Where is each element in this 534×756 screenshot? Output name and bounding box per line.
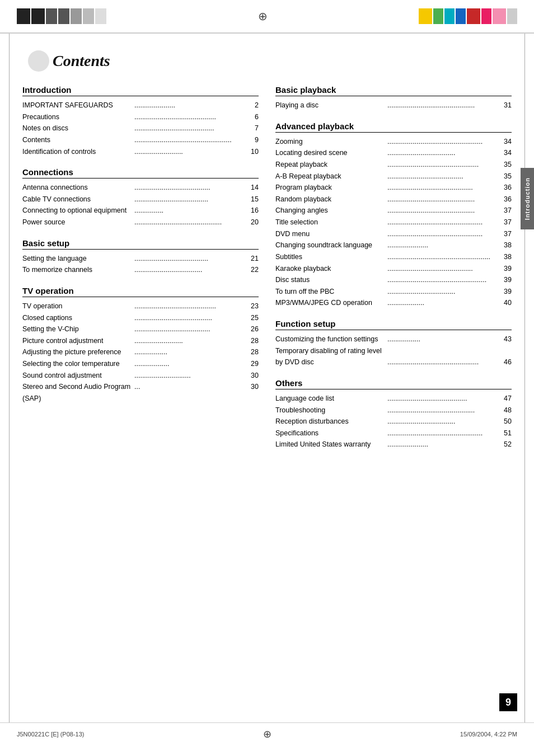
list-item: Locating desired scene .................… [275, 147, 512, 159]
header-block-7 [95, 8, 106, 24]
list-item: by DVD disc ............................… [275, 356, 512, 368]
list-item: Program playback .......................… [275, 182, 512, 194]
list-item: Notes on discs .........................… [22, 123, 259, 134]
header-block-4 [58, 8, 69, 24]
toc-columns: Introduction IMPORTANT SAFEGUARDS ......… [22, 85, 512, 450]
list-item: Picture control adjustment .............… [22, 335, 259, 347]
header-color-ltgray [507, 8, 517, 24]
list-item: Stereo and Second Audio Program (SAP) ..… [22, 381, 259, 404]
toc-basic-playback: Playing a disc .........................… [275, 100, 512, 111]
header-bar: ⊕ [0, 0, 534, 34]
list-item: Limited United States warranty .........… [275, 439, 512, 450]
section-basic-playback-heading: Basic playback [275, 85, 512, 96]
list-item: Selecting the color temperature ........… [22, 358, 259, 370]
list-item: Zooming ................................… [275, 136, 512, 148]
list-item: DVD menu ...............................… [275, 228, 512, 240]
header-block-6 [83, 8, 94, 24]
side-line-right [524, 34, 525, 722]
footer-center-crosshair: ⊕ [184, 728, 350, 740]
list-item: Identification of controls .............… [22, 146, 259, 158]
section-tv-operation-heading: TV operation [22, 286, 259, 297]
side-line-left [9, 34, 10, 722]
header-block-2 [31, 8, 45, 24]
header-block-5 [71, 8, 82, 24]
sidebar-tab: Introduction [521, 168, 534, 229]
toc-basic-setup: Setting the language ...................… [22, 253, 259, 276]
header-block-1 [17, 8, 30, 24]
list-item: Random playback ........................… [275, 194, 512, 205]
list-item: Subtitles ..............................… [275, 251, 512, 263]
header-color-ltpink [493, 8, 506, 24]
list-item: Precautions ............................… [22, 111, 259, 123]
list-item: TV operation ...........................… [22, 300, 259, 312]
section-advanced-playback-heading: Advanced playback [275, 121, 512, 133]
toc-others: Language code list .....................… [275, 393, 512, 450]
list-item: Antenna connections ....................… [22, 182, 259, 194]
list-item: Troubleshooting ........................… [275, 405, 512, 416]
list-item: Title selection ........................… [275, 217, 512, 228]
list-item: Setting the language ...................… [22, 253, 259, 265]
list-item: MP3/WMA/JPEG CD operation ..............… [275, 297, 512, 309]
list-item: Repeat playback ........................… [275, 159, 512, 171]
footer-left-text: J5N00221C [E] (P08-13) [17, 731, 184, 738]
list-item: IMPORTANT SAFEGUARDS ...................… [22, 100, 259, 111]
list-item: Connecting to optional equipment .......… [22, 205, 259, 217]
section-others-heading: Others [275, 378, 512, 389]
list-item: Customizing the function settings ......… [275, 334, 512, 345]
sidebar-tab-label: Introduction [524, 177, 531, 220]
list-item: Temporary disabling of rating level [275, 345, 512, 357]
header-left-color-blocks [17, 8, 106, 24]
toc-advanced-playback: Zooming ................................… [275, 136, 512, 309]
page-title: Contents [53, 52, 110, 70]
footer-right-text: 15/09/2004, 4:22 PM [350, 731, 517, 738]
toc-tv-operation: TV operation ...........................… [22, 300, 259, 405]
footer: J5N00221C [E] (P08-13) ⊕ 15/09/2004, 4:2… [0, 722, 534, 745]
list-item: Playing a disc .........................… [275, 100, 512, 111]
list-item: Language code list .....................… [275, 393, 512, 405]
header-center: ⊕ [106, 10, 419, 23]
section-introduction-heading: Introduction [22, 85, 259, 96]
page-title-wrap: Contents [28, 50, 512, 72]
header-right-color-blocks [419, 8, 517, 24]
list-item: A-B Repeat playback ....................… [275, 171, 512, 182]
header-color-yellow [419, 8, 432, 24]
list-item: Disc status ............................… [275, 274, 512, 286]
section-function-setup-heading: Function setup [275, 319, 512, 330]
main-content: Contents Introduction IMPORTANT SAFEGUAR… [0, 39, 534, 462]
list-item: Sound control adjustment ...............… [22, 370, 259, 382]
list-item: To turn off the PBC ....................… [275, 286, 512, 298]
list-item: Specifications .........................… [275, 428, 512, 439]
header-color-teal [444, 8, 455, 24]
toc-introduction: IMPORTANT SAFEGUARDS ...................… [22, 100, 259, 157]
list-item: Adjusting the picture preference .......… [22, 346, 259, 358]
list-item: Setting the V-Chip .....................… [22, 323, 259, 335]
list-item: Cable TV connections ...................… [22, 194, 259, 205]
toc-function-setup: Customizing the function settings ......… [275, 334, 512, 368]
section-connections-heading: Connections [22, 167, 259, 179]
title-circle-icon [28, 50, 49, 72]
header-color-pink [481, 8, 491, 24]
list-item: Changing soundtrack language ...........… [275, 240, 512, 251]
toc-col-right: Basic playback Playing a disc ..........… [275, 85, 512, 450]
list-item: To memorize channels ...................… [22, 264, 259, 276]
list-item: Changing angles ........................… [275, 205, 512, 217]
list-item: Power source ...........................… [22, 217, 259, 228]
header-block-3 [46, 8, 57, 24]
header-color-blue [456, 8, 466, 24]
list-item: Karaoke playback .......................… [275, 263, 512, 275]
page-number: 9 [505, 697, 511, 708]
toc-connections: Antenna connections ....................… [22, 182, 259, 228]
crosshair-icon: ⊕ [258, 10, 268, 23]
list-item: Contents ...............................… [22, 134, 259, 146]
page-number-badge: 9 [499, 693, 517, 711]
list-item: Closed captions ........................… [22, 312, 259, 324]
header-color-red [467, 8, 480, 24]
toc-col-left: Introduction IMPORTANT SAFEGUARDS ......… [22, 85, 259, 450]
list-item: Reception disturbances .................… [275, 416, 512, 428]
header-color-green [433, 8, 443, 24]
section-basic-setup-heading: Basic setup [22, 238, 259, 250]
